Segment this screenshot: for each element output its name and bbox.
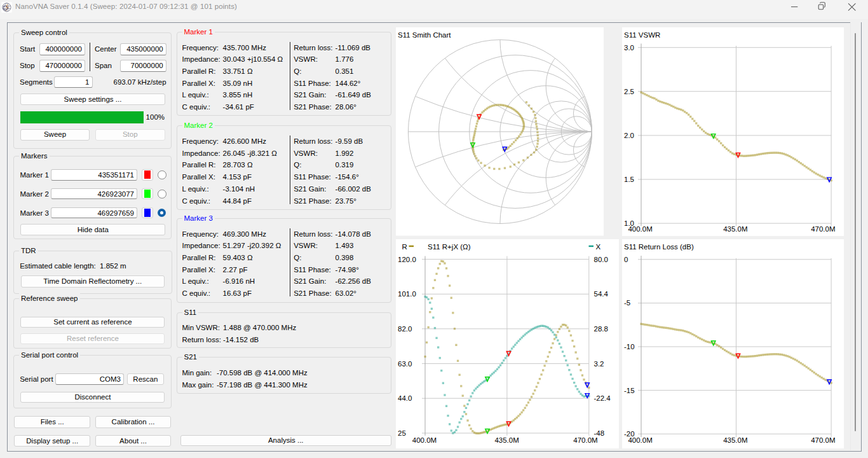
svg-text:400.0M: 400.0M xyxy=(628,225,652,233)
svg-text:S11 Smith Chart: S11 Smith Chart xyxy=(398,31,451,39)
svg-text:435.0M: 435.0M xyxy=(723,225,747,233)
svg-text:80.0: 80.0 xyxy=(594,255,608,263)
svg-text:3.0: 3.0 xyxy=(624,44,634,52)
svg-text:-10: -10 xyxy=(624,343,635,350)
svg-text:2.5: 2.5 xyxy=(624,88,634,95)
svg-text:25: 25 xyxy=(398,429,406,436)
svg-text:101.0: 101.0 xyxy=(398,290,416,298)
svg-text:1.5: 1.5 xyxy=(624,176,634,183)
svg-text:63.0: 63.0 xyxy=(398,359,412,367)
svg-text:X: X xyxy=(596,242,601,250)
svg-text:28.8: 28.8 xyxy=(594,324,608,332)
svg-text:S11 Return Loss (dB): S11 Return Loss (dB) xyxy=(624,242,694,250)
svg-text:400.0M: 400.0M xyxy=(412,436,437,444)
svg-text:82.0: 82.0 xyxy=(398,324,412,332)
svg-text:470.0M: 470.0M xyxy=(573,436,597,444)
svg-text:3.2: 3.2 xyxy=(594,359,604,367)
svg-text:435.0M: 435.0M xyxy=(723,436,747,444)
svg-text:-15: -15 xyxy=(624,386,635,394)
svg-text:54.4: 54.4 xyxy=(594,290,609,298)
svg-text:S11 VSWR: S11 VSWR xyxy=(624,31,660,39)
svg-text:2.0: 2.0 xyxy=(624,132,634,139)
svg-text:0: 0 xyxy=(624,255,628,263)
svg-text:-22.4: -22.4 xyxy=(594,394,611,402)
svg-text:44.0: 44.0 xyxy=(398,394,412,402)
svg-text:R: R xyxy=(402,242,407,250)
svg-text:120.0: 120.0 xyxy=(398,255,416,263)
svg-text:470.0M: 470.0M xyxy=(811,436,835,444)
svg-text:435.0M: 435.0M xyxy=(494,436,519,444)
svg-text:S11 R+jX (Ω): S11 R+jX (Ω) xyxy=(428,242,471,250)
svg-text:400.0M: 400.0M xyxy=(628,436,652,444)
svg-text:470.0M: 470.0M xyxy=(811,225,835,233)
svg-text:-5: -5 xyxy=(624,299,630,307)
